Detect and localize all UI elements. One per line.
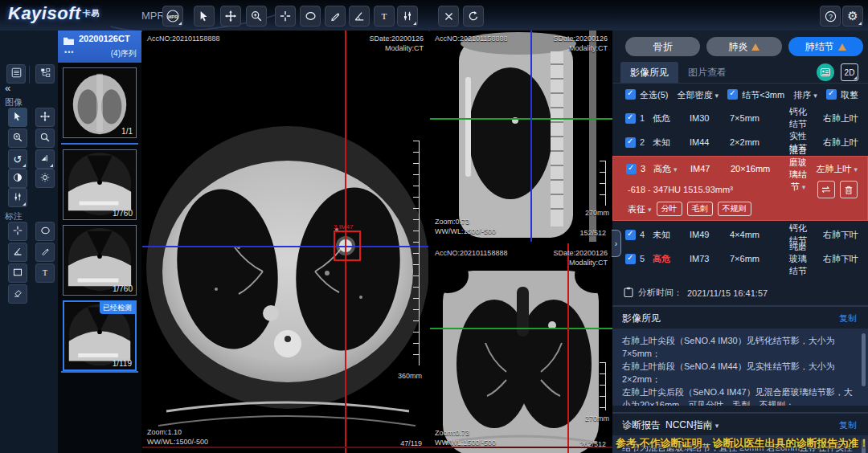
- series-separator: [61, 371, 138, 373]
- series-tree-button[interactable]: [35, 64, 55, 84]
- feature-tag[interactable]: 分叶: [657, 202, 682, 216]
- rail-contrast-button[interactable]: [8, 169, 27, 188]
- rail-crosshair-button[interactable]: [8, 222, 27, 241]
- features-dropdown[interactable]: 表征: [628, 203, 652, 215]
- nodule-type-dropdown[interactable]: 混合磨玻璃结节: [788, 145, 808, 193]
- coronal-crosshair-horizontal[interactable]: [430, 328, 612, 329]
- tab-pneumonia[interactable]: 肺炎: [706, 37, 781, 56]
- small-nodule-checkbox[interactable]: 结节<3mm: [727, 89, 784, 101]
- sort-dropdown[interactable]: 排序: [793, 89, 817, 101]
- delete-nodule-button[interactable]: [840, 181, 858, 198]
- copy-report-button[interactable]: 复制: [839, 419, 857, 431]
- subtab-findings[interactable]: 影像所见: [620, 62, 678, 83]
- 2d-mode-button[interactable]: 2D: [841, 63, 858, 81]
- help-button[interactable]: ?: [820, 6, 841, 27]
- tab-fracture[interactable]: 骨折: [625, 37, 700, 56]
- findings-text[interactable]: 右肺上叶尖段（SeNO.4 IM30）见钙化结节影，大小为7×5mm； 右肺上叶…: [612, 329, 868, 406]
- thumbnail-series-3[interactable]: 1/760: [63, 225, 137, 296]
- nodule-location: 右肺下叶: [809, 253, 858, 265]
- rail-magnifier-button[interactable]: [35, 129, 55, 148]
- rail-pan-button[interactable]: [35, 108, 55, 127]
- nodule-risk-dropdown[interactable]: 高危: [653, 163, 690, 175]
- row-checkbox[interactable]: [625, 113, 636, 124]
- findings-scrollbar[interactable]: [862, 333, 866, 386]
- axial-crosshair-horizontal[interactable]: [142, 246, 428, 247]
- study-header[interactable]: 20200126CT ••• (4)序列: [58, 31, 141, 63]
- sagittal-crosshair-vertical[interactable]: [530, 31, 532, 242]
- crosshair-tool-button[interactable]: [275, 6, 296, 27]
- trash-icon: [845, 186, 853, 194]
- copy-findings-button[interactable]: 复制: [839, 312, 857, 324]
- tab-lung-nodule[interactable]: 肺结节: [788, 37, 863, 56]
- study-title: 20200126CT: [79, 34, 130, 43]
- coronal-modality: Modality:CT: [569, 258, 608, 267]
- rail-text-button[interactable]: T: [35, 263, 55, 283]
- rail-eraser-button[interactable]: [8, 284, 27, 304]
- rail-window-level-button[interactable]: [8, 188, 27, 207]
- study-more-button[interactable]: •••: [64, 48, 74, 56]
- nodule-row-5[interactable]: 5 高危 IM73 7×6mm 纯磨玻璃结节 右肺下叶: [612, 247, 868, 271]
- subtab-image-view[interactable]: 图片查看: [678, 62, 736, 83]
- nodule-location-dropdown[interactable]: 左肺上叶: [808, 163, 858, 175]
- select-all-checkbox[interactable]: 全选(5): [625, 89, 668, 101]
- round-checkbox[interactable]: 取整: [826, 89, 858, 101]
- nodule-im: IM47: [690, 164, 731, 173]
- nodule-row-4[interactable]: 4 未知 IM49 4×4mm 钙化结节 右肺下叶: [612, 222, 868, 247]
- ai-analysis-panel: 骨折 肺炎 肺结节 影像所见 图片查看 2D 全选(5) 全部密度 结节<3mm…: [612, 31, 868, 453]
- sagittal-crosshair-horizontal[interactable]: [430, 118, 612, 120]
- sagittal-viewport[interactable]: AccNO:202101158888 SDate:20200126 Modali…: [430, 31, 612, 242]
- coronal-viewport[interactable]: AccNO:202101158888 SDate:20200126 Modali…: [430, 243, 612, 453]
- nodule-no: 5: [640, 254, 653, 263]
- text-tool-button[interactable]: T: [374, 6, 395, 27]
- row-checkbox[interactable]: [625, 254, 636, 264]
- pencil-tool-button[interactable]: [325, 6, 346, 27]
- guideline-dropdown[interactable]: NCCN指南: [665, 418, 719, 432]
- rail-cursor-button[interactable]: [8, 108, 27, 127]
- nodule-roi-box[interactable]: 3,IM47: [334, 231, 361, 261]
- feature-tag[interactable]: 毛刺: [687, 202, 713, 216]
- rail-angle-button[interactable]: [8, 243, 27, 262]
- nodule-row-1[interactable]: 1 低危 IM30 7×5mm 钙化结节 右肺上叶: [612, 106, 868, 130]
- tab-label: 肺炎: [728, 40, 747, 54]
- nodule-row-2[interactable]: 2 未知 IM44 2×2mm 实性结节 右肺上叶: [612, 130, 868, 154]
- coronal-crosshair-vertical[interactable]: [567, 243, 569, 453]
- axial-scale-ruler: [413, 141, 420, 365]
- rail-ellipse-button[interactable]: [35, 222, 55, 241]
- reset-rotate-button[interactable]: [463, 6, 484, 27]
- close-icon: [444, 11, 454, 22]
- row-checkbox[interactable]: [625, 137, 636, 148]
- rail-brightness-button[interactable]: [35, 169, 55, 188]
- window-level-tool-button[interactable]: [397, 6, 418, 27]
- thumbnail-series-4-selected[interactable]: 已经检测 1/119: [63, 300, 137, 371]
- mpr-preset-button[interactable]: MPR: [162, 6, 183, 27]
- ellipse-tool-button[interactable]: [300, 6, 321, 27]
- rail-zoom-in-button[interactable]: [8, 129, 27, 148]
- rail-rectangle-button[interactable]: [8, 263, 27, 283]
- rail-pencil-button[interactable]: [35, 243, 55, 262]
- thumbnail-series-2[interactable]: 1/760: [63, 149, 137, 220]
- row-checkbox[interactable]: [626, 164, 637, 174]
- row-checkbox[interactable]: [625, 230, 636, 240]
- rail-rotate-image-button[interactable]: ↺: [8, 149, 27, 169]
- angle-tool-button[interactable]: [349, 6, 370, 27]
- followup-compare-button[interactable]: [817, 181, 835, 198]
- image-section-label: 图像: [5, 96, 23, 108]
- axial-viewport[interactable]: 3,IM47 AccNO:202101158888 SDate:20200126…: [142, 31, 428, 453]
- panel-collapse-handle[interactable]: ›: [612, 230, 621, 257]
- settings-button[interactable]: ⚙: [842, 6, 863, 27]
- result-subtabs: 影像所见 图片查看 2D: [612, 62, 868, 84]
- rail-flip-button[interactable]: [35, 149, 55, 169]
- report-card-button[interactable]: [817, 63, 834, 81]
- zoom-in-tool-button[interactable]: [246, 6, 267, 27]
- close-tool-button[interactable]: [438, 6, 459, 27]
- magnifier-icon: [40, 131, 50, 145]
- density-dropdown[interactable]: 全部密度: [678, 89, 719, 101]
- feature-tag[interactable]: 不规则: [718, 202, 751, 216]
- nodule-row-3-selected[interactable]: 3 高危 IM47 20×16mm 混合磨玻璃结节 左肺上叶 -618 - 34…: [612, 156, 868, 221]
- pan-tool-button[interactable]: [220, 6, 241, 27]
- cursor-tool-button[interactable]: [194, 6, 215, 27]
- thumbnail-scout[interactable]: 1/1: [63, 67, 137, 138]
- nodule-im: IM44: [690, 137, 730, 147]
- series-list-button[interactable]: [6, 64, 26, 84]
- collapse-rail-button[interactable]: «: [5, 82, 10, 94]
